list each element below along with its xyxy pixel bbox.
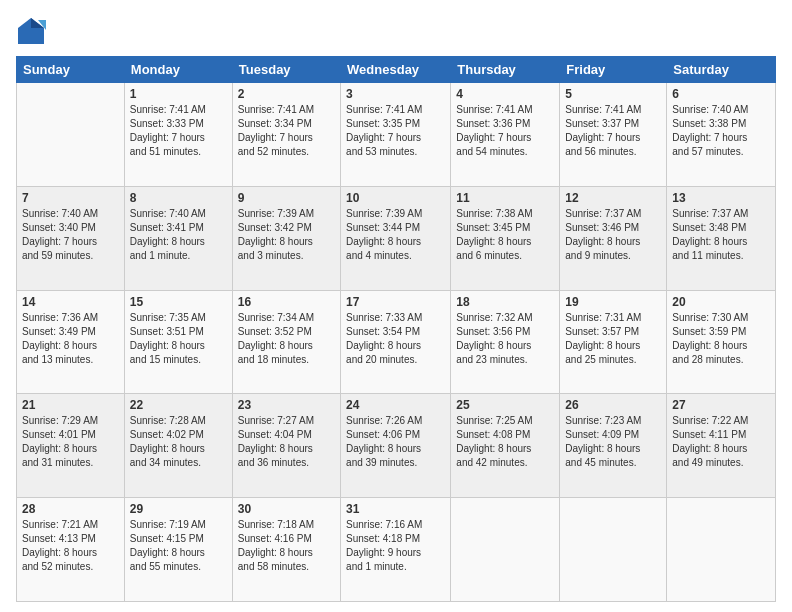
calendar-cell: 24Sunrise: 7:26 AM Sunset: 4:06 PM Dayli… [341,394,451,498]
week-row-3: 21Sunrise: 7:29 AM Sunset: 4:01 PM Dayli… [17,394,776,498]
calendar-cell: 22Sunrise: 7:28 AM Sunset: 4:02 PM Dayli… [124,394,232,498]
calendar-cell: 15Sunrise: 7:35 AM Sunset: 3:51 PM Dayli… [124,290,232,394]
header-cell-wednesday: Wednesday [341,57,451,83]
header-row: SundayMondayTuesdayWednesdayThursdayFrid… [17,57,776,83]
calendar-cell: 25Sunrise: 7:25 AM Sunset: 4:08 PM Dayli… [451,394,560,498]
calendar-cell [451,498,560,602]
calendar-cell: 8Sunrise: 7:40 AM Sunset: 3:41 PM Daylig… [124,186,232,290]
cell-content: Sunrise: 7:41 AM Sunset: 3:37 PM Dayligh… [565,103,661,159]
calendar-cell [17,83,125,187]
day-number: 11 [456,191,554,205]
calendar-cell: 29Sunrise: 7:19 AM Sunset: 4:15 PM Dayli… [124,498,232,602]
day-number: 2 [238,87,335,101]
header-cell-sunday: Sunday [17,57,125,83]
cell-content: Sunrise: 7:32 AM Sunset: 3:56 PM Dayligh… [456,311,554,367]
day-number: 29 [130,502,227,516]
day-number: 19 [565,295,661,309]
week-row-2: 14Sunrise: 7:36 AM Sunset: 3:49 PM Dayli… [17,290,776,394]
cell-content: Sunrise: 7:27 AM Sunset: 4:04 PM Dayligh… [238,414,335,470]
cell-content: Sunrise: 7:33 AM Sunset: 3:54 PM Dayligh… [346,311,445,367]
calendar-cell: 31Sunrise: 7:16 AM Sunset: 4:18 PM Dayli… [341,498,451,602]
cell-content: Sunrise: 7:29 AM Sunset: 4:01 PM Dayligh… [22,414,119,470]
day-number: 6 [672,87,770,101]
calendar-cell: 11Sunrise: 7:38 AM Sunset: 3:45 PM Dayli… [451,186,560,290]
cell-content: Sunrise: 7:41 AM Sunset: 3:33 PM Dayligh… [130,103,227,159]
day-number: 20 [672,295,770,309]
cell-content: Sunrise: 7:39 AM Sunset: 3:44 PM Dayligh… [346,207,445,263]
week-row-0: 1Sunrise: 7:41 AM Sunset: 3:33 PM Daylig… [17,83,776,187]
header-cell-friday: Friday [560,57,667,83]
cell-content: Sunrise: 7:35 AM Sunset: 3:51 PM Dayligh… [130,311,227,367]
calendar-header: SundayMondayTuesdayWednesdayThursdayFrid… [17,57,776,83]
calendar-cell: 2Sunrise: 7:41 AM Sunset: 3:34 PM Daylig… [232,83,340,187]
day-number: 28 [22,502,119,516]
cell-content: Sunrise: 7:31 AM Sunset: 3:57 PM Dayligh… [565,311,661,367]
day-number: 7 [22,191,119,205]
day-number: 4 [456,87,554,101]
calendar-cell: 16Sunrise: 7:34 AM Sunset: 3:52 PM Dayli… [232,290,340,394]
cell-content: Sunrise: 7:34 AM Sunset: 3:52 PM Dayligh… [238,311,335,367]
cell-content: Sunrise: 7:41 AM Sunset: 3:35 PM Dayligh… [346,103,445,159]
calendar-cell: 23Sunrise: 7:27 AM Sunset: 4:04 PM Dayli… [232,394,340,498]
cell-content: Sunrise: 7:26 AM Sunset: 4:06 PM Dayligh… [346,414,445,470]
day-number: 24 [346,398,445,412]
cell-content: Sunrise: 7:37 AM Sunset: 3:46 PM Dayligh… [565,207,661,263]
logo-icon [16,16,46,46]
calendar-cell: 27Sunrise: 7:22 AM Sunset: 4:11 PM Dayli… [667,394,776,498]
calendar-cell: 21Sunrise: 7:29 AM Sunset: 4:01 PM Dayli… [17,394,125,498]
calendar-cell [667,498,776,602]
day-number: 13 [672,191,770,205]
day-number: 14 [22,295,119,309]
day-number: 12 [565,191,661,205]
day-number: 15 [130,295,227,309]
calendar-cell: 12Sunrise: 7:37 AM Sunset: 3:46 PM Dayli… [560,186,667,290]
header-cell-monday: Monday [124,57,232,83]
calendar-cell [560,498,667,602]
calendar-cell: 3Sunrise: 7:41 AM Sunset: 3:35 PM Daylig… [341,83,451,187]
cell-content: Sunrise: 7:37 AM Sunset: 3:48 PM Dayligh… [672,207,770,263]
header-cell-saturday: Saturday [667,57,776,83]
calendar-cell: 13Sunrise: 7:37 AM Sunset: 3:48 PM Dayli… [667,186,776,290]
cell-content: Sunrise: 7:41 AM Sunset: 3:34 PM Dayligh… [238,103,335,159]
calendar-cell: 26Sunrise: 7:23 AM Sunset: 4:09 PM Dayli… [560,394,667,498]
day-number: 25 [456,398,554,412]
calendar-cell: 1Sunrise: 7:41 AM Sunset: 3:33 PM Daylig… [124,83,232,187]
day-number: 23 [238,398,335,412]
week-row-1: 7Sunrise: 7:40 AM Sunset: 3:40 PM Daylig… [17,186,776,290]
cell-content: Sunrise: 7:21 AM Sunset: 4:13 PM Dayligh… [22,518,119,574]
header-cell-tuesday: Tuesday [232,57,340,83]
calendar-table: SundayMondayTuesdayWednesdayThursdayFrid… [16,56,776,602]
calendar-cell: 14Sunrise: 7:36 AM Sunset: 3:49 PM Dayli… [17,290,125,394]
cell-content: Sunrise: 7:41 AM Sunset: 3:36 PM Dayligh… [456,103,554,159]
calendar-cell: 28Sunrise: 7:21 AM Sunset: 4:13 PM Dayli… [17,498,125,602]
day-number: 5 [565,87,661,101]
calendar-body: 1Sunrise: 7:41 AM Sunset: 3:33 PM Daylig… [17,83,776,602]
header [16,16,776,46]
day-number: 31 [346,502,445,516]
day-number: 18 [456,295,554,309]
day-number: 22 [130,398,227,412]
cell-content: Sunrise: 7:30 AM Sunset: 3:59 PM Dayligh… [672,311,770,367]
calendar-cell: 7Sunrise: 7:40 AM Sunset: 3:40 PM Daylig… [17,186,125,290]
calendar-cell: 10Sunrise: 7:39 AM Sunset: 3:44 PM Dayli… [341,186,451,290]
cell-content: Sunrise: 7:18 AM Sunset: 4:16 PM Dayligh… [238,518,335,574]
cell-content: Sunrise: 7:39 AM Sunset: 3:42 PM Dayligh… [238,207,335,263]
calendar-cell: 17Sunrise: 7:33 AM Sunset: 3:54 PM Dayli… [341,290,451,394]
cell-content: Sunrise: 7:22 AM Sunset: 4:11 PM Dayligh… [672,414,770,470]
calendar-cell: 18Sunrise: 7:32 AM Sunset: 3:56 PM Dayli… [451,290,560,394]
cell-content: Sunrise: 7:40 AM Sunset: 3:38 PM Dayligh… [672,103,770,159]
calendar-cell: 9Sunrise: 7:39 AM Sunset: 3:42 PM Daylig… [232,186,340,290]
day-number: 27 [672,398,770,412]
cell-content: Sunrise: 7:19 AM Sunset: 4:15 PM Dayligh… [130,518,227,574]
day-number: 17 [346,295,445,309]
cell-content: Sunrise: 7:16 AM Sunset: 4:18 PM Dayligh… [346,518,445,574]
day-number: 21 [22,398,119,412]
cell-content: Sunrise: 7:38 AM Sunset: 3:45 PM Dayligh… [456,207,554,263]
cell-content: Sunrise: 7:25 AM Sunset: 4:08 PM Dayligh… [456,414,554,470]
calendar-container: SundayMondayTuesdayWednesdayThursdayFrid… [0,0,792,612]
day-number: 26 [565,398,661,412]
cell-content: Sunrise: 7:23 AM Sunset: 4:09 PM Dayligh… [565,414,661,470]
calendar-cell: 20Sunrise: 7:30 AM Sunset: 3:59 PM Dayli… [667,290,776,394]
cell-content: Sunrise: 7:40 AM Sunset: 3:41 PM Dayligh… [130,207,227,263]
cell-content: Sunrise: 7:28 AM Sunset: 4:02 PM Dayligh… [130,414,227,470]
